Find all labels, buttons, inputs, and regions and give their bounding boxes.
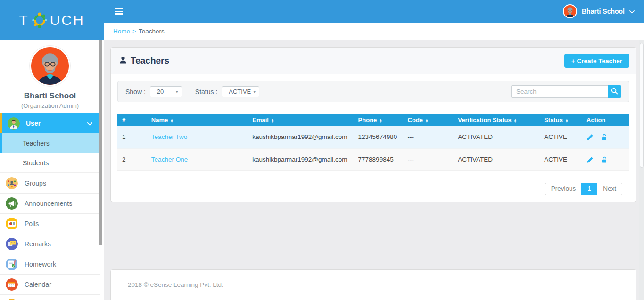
show-select-value: 20 [157, 88, 164, 95]
status-select-value: ACTIVE [229, 88, 251, 95]
teacher-name-link[interactable]: Teacher One [151, 156, 188, 163]
cell-verification-status: ACTIVATED [453, 148, 539, 170]
previous-page-button[interactable]: Previous [545, 183, 582, 195]
brand-logo[interactable]: T UCH [0, 0, 104, 40]
sidebar-scrollbar-thumb[interactable] [99, 40, 102, 245]
topbar: Bharti School [104, 0, 644, 23]
homework-icon [6, 258, 18, 270]
cell-code: --- [403, 126, 454, 148]
breadcrumb-separator: > [132, 28, 136, 35]
main-area: Bharti School Home > Teachers Teachers [104, 0, 644, 300]
calendar-icon [6, 278, 18, 291]
sort-icon: ▲▼ [514, 118, 517, 123]
cell-email: kaushikbparmar1992@gmail.com [248, 148, 353, 170]
caret-down-icon: ▾ [253, 89, 256, 94]
search-icon [611, 88, 618, 96]
page-scrollbar-thumb[interactable] [640, 43, 644, 168]
page-title: Teachers [119, 56, 169, 66]
col-header-action: Action [582, 114, 629, 126]
col-header-verification-status[interactable]: Verification Status▲▼ [453, 114, 539, 126]
profile-section: Bharti School (Organization Admin) [0, 40, 100, 113]
sidebar-scrollbar [99, 40, 102, 300]
sidebar-item-announcements[interactable]: Announcements [0, 193, 100, 213]
profile-role: (Organization Admin) [0, 102, 100, 109]
sort-icon: ▲▼ [379, 118, 382, 123]
sidebar-item-label: Calendar [25, 281, 51, 288]
sidebar-item-polls[interactable]: Polls [0, 213, 100, 234]
table-row: 2 Teacher One kaushikbparmar1992@gmail.c… [117, 148, 629, 170]
table-row: 1 Teacher Two kaushikbparmar1992@gmail.c… [117, 126, 629, 148]
col-header-status[interactable]: Status▲▼ [539, 114, 582, 126]
col-header-num: # [117, 114, 147, 126]
unlock-icon[interactable] [601, 134, 608, 141]
sidebar-item-teachers[interactable]: Teachers [0, 133, 100, 153]
show-label: Show : [125, 88, 146, 96]
profile-avatar [30, 46, 70, 86]
logo-text-prefix: T [19, 12, 29, 28]
cell-phone: 7778899845 [354, 148, 403, 170]
cell-num: 2 [117, 148, 147, 170]
sidebar-item-remarks[interactable]: Remarks [0, 234, 100, 254]
sort-icon: ▲▼ [565, 118, 568, 123]
logo-text-suffix: UCH [50, 12, 85, 28]
remarks-icon [6, 238, 18, 250]
sidebar-item-time-table[interactable]: Time Table [0, 294, 100, 300]
cell-email: kaushikbparmar1992@gmail.com [248, 126, 353, 148]
content: Teachers + Create Teacher Show : 20 ▾ St… [104, 40, 644, 300]
show-select[interactable]: 20 ▾ [150, 86, 182, 97]
current-page-button[interactable]: 1 [581, 183, 597, 195]
profile-name: Bharti School [0, 91, 100, 101]
page-scrollbar [639, 40, 644, 300]
topbar-avatar [563, 4, 577, 18]
sidebar-item-label: Students [23, 159, 49, 167]
sort-icon: ▲▼ [271, 118, 274, 123]
user-dropdown[interactable]: Bharti School [563, 4, 635, 18]
sidebar: T UCH [0, 0, 104, 300]
search-group [511, 85, 621, 98]
cell-status: ACTIVE [539, 148, 582, 170]
create-teacher-button[interactable]: + Create Teacher [564, 54, 629, 68]
edit-pencil-icon[interactable] [586, 156, 594, 163]
teachers-panel: Teachers + Create Teacher Show : 20 ▾ St… [110, 47, 636, 202]
sidebar-item-homework[interactable]: Homework [0, 254, 100, 274]
cell-status: ACTIVE [539, 126, 582, 148]
col-header-name[interactable]: Name▲▼ [147, 114, 248, 126]
topbar-user-name: Bharti School [582, 8, 625, 15]
pagination: Previous 1 Next [117, 183, 622, 195]
sidebar-item-students[interactable]: Students [0, 153, 100, 173]
breadcrumb: Home > Teachers [104, 23, 644, 40]
status-select[interactable]: ACTIVE ▾ [222, 86, 259, 97]
page-title-text: Teachers [131, 56, 169, 66]
filter-bar: Show : 20 ▾ Status : ACTIVE ▾ [117, 81, 629, 102]
col-header-phone[interactable]: Phone▲▼ [354, 114, 403, 126]
sidebar-item-user[interactable]: User [0, 113, 100, 133]
breadcrumb-home-link[interactable]: Home [113, 28, 130, 35]
col-header-email[interactable]: Email▲▼ [248, 114, 353, 126]
footer: 2018 © eSense Learning Pvt. Ltd. [110, 269, 636, 300]
sidebar-item-label: Announcements [25, 200, 72, 207]
edit-pencil-icon[interactable] [586, 134, 594, 141]
cell-code: --- [403, 148, 454, 170]
teacher-name-link[interactable]: Teacher Two [151, 133, 187, 140]
announcements-icon [6, 197, 18, 210]
page: T UCH [0, 0, 644, 300]
polls-icon [6, 218, 18, 230]
unlock-icon[interactable] [601, 156, 608, 163]
next-page-button[interactable]: Next [597, 183, 622, 195]
search-button[interactable] [608, 85, 621, 98]
search-input[interactable] [511, 85, 608, 98]
sidebar-item-calendar[interactable]: Calendar [0, 274, 100, 294]
panel-body: Show : 20 ▾ Status : ACTIVE ▾ [111, 74, 636, 202]
menu-toggle-icon[interactable] [115, 7, 124, 16]
cell-verification-status: ACTIVATED [453, 126, 539, 148]
sidebar-item-label: Polls [25, 220, 39, 227]
footer-copyright: 2018 © eSense Learning Pvt. Ltd. [128, 281, 636, 288]
sort-icon: ▲▼ [425, 118, 428, 123]
cell-num: 1 [117, 126, 147, 148]
sidebar-nav: User Teachers Students [0, 113, 100, 300]
col-header-code[interactable]: Code▲▼ [403, 114, 454, 126]
table-header-row: # Name▲▼ Email▲▼ Phone▲▼ Code▲▼ Verifica… [117, 114, 629, 126]
logo-o-icon [31, 12, 48, 29]
sidebar-item-label: Homework [25, 260, 56, 268]
sidebar-item-groups[interactable]: Groups [0, 173, 100, 193]
